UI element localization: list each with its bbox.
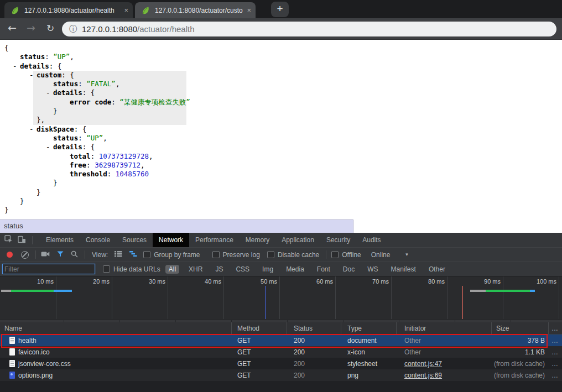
- browser-tab-custom[interactable]: 127.0.0.1:8080/actuator/custo ×: [135, 2, 256, 18]
- devtools-tab-memory[interactable]: Memory: [240, 233, 275, 247]
- devtools-tab-bar: ElementsConsoleSourcesNetworkPerformance…: [0, 233, 562, 247]
- json-value: 10485760: [116, 170, 149, 178]
- offline-label[interactable]: Offline: [342, 251, 361, 259]
- page-info-icon[interactable]: ⓘ: [69, 24, 77, 34]
- browser-tab-health[interactable]: 127.0.0.1:8080/actuator/health ×: [4, 2, 133, 18]
- inspect-element-icon[interactable]: [4, 235, 13, 245]
- search-icon[interactable]: [71, 250, 78, 259]
- column-header-status[interactable]: Status: [294, 325, 313, 332]
- devtools-tab-security[interactable]: Security: [320, 233, 356, 247]
- initiator-link[interactable]: content.js:69: [404, 372, 442, 379]
- network-row-jsonview-core-css[interactable]: jsonview-core.cssGET200stylesheetcontent…: [0, 358, 562, 369]
- network-row-favicon-ico[interactable]: favicon.icoGET200x-iconOther1.1 KB…: [0, 346, 562, 358]
- devtools-tab-audits[interactable]: Audits: [356, 233, 387, 247]
- row-more-icon: …: [551, 372, 558, 379]
- request-size: 1.1 KB: [525, 348, 545, 356]
- column-header-name[interactable]: Name: [4, 325, 22, 332]
- json-value: “UP”: [86, 134, 103, 142]
- group-by-frame-checkbox[interactable]: [143, 251, 150, 258]
- request-size: (from disk cache): [494, 360, 545, 368]
- tab-close-icon[interactable]: ×: [124, 6, 128, 14]
- new-tab-button[interactable]: +: [271, 2, 289, 17]
- network-row-options-png[interactable]: options.pngGET200pngcontent.js:69(from d…: [0, 369, 562, 381]
- view-label: View:: [92, 251, 108, 259]
- back-icon[interactable]: ←: [8, 22, 17, 34]
- url-path: /actuator/health: [137, 24, 194, 34]
- json-key: total: [70, 152, 91, 160]
- collapse-toggle-icon[interactable]: -: [46, 143, 53, 151]
- disable-cache-checkbox[interactable]: [267, 251, 274, 258]
- request-bar-segment: [1, 290, 11, 292]
- collapse-toggle-icon[interactable]: -: [29, 125, 37, 134]
- devtools-tab-elements[interactable]: Elements: [40, 233, 80, 247]
- column-separator: [491, 322, 492, 334]
- json-key: status: [53, 80, 78, 88]
- filter-input[interactable]: [2, 264, 95, 274]
- hide-data-urls-label[interactable]: Hide data URLs: [113, 265, 160, 273]
- devtools-tab-network[interactable]: Network: [153, 233, 189, 247]
- json-comma: ,: [70, 53, 74, 61]
- column-header-more[interactable]: …: [551, 325, 558, 332]
- json-value: }: [37, 188, 41, 196]
- offline-checkbox[interactable]: [331, 251, 339, 258]
- filter-pill-manifest[interactable]: Manifest: [388, 265, 419, 274]
- disable-cache-label[interactable]: Disable cache: [278, 251, 319, 259]
- request-type: stylesheet: [347, 360, 377, 368]
- tab-close-icon[interactable]: ×: [247, 6, 251, 14]
- column-header-size[interactable]: Size: [496, 325, 509, 332]
- column-header-type[interactable]: Type: [347, 325, 362, 332]
- collapse-toggle-icon[interactable]: -: [46, 88, 53, 97]
- chevron-down-icon[interactable]: ▼: [404, 252, 409, 257]
- devtools-tab-performance[interactable]: Performance: [189, 233, 240, 247]
- filter-pill-img[interactable]: Img: [259, 265, 277, 274]
- hide-data-urls-checkbox[interactable]: [103, 265, 110, 273]
- filter-pill-other[interactable]: Other: [425, 265, 449, 274]
- filter-funnel-icon[interactable]: [57, 251, 64, 259]
- record-network-log-icon[interactable]: [7, 252, 13, 258]
- request-status: 200: [294, 360, 305, 368]
- throttling-select[interactable]: Online: [371, 251, 391, 259]
- filter-pill-font[interactable]: Font: [314, 265, 334, 274]
- request-method: GET: [237, 372, 251, 379]
- json-line: }: [0, 107, 562, 116]
- json-value: “某健康专项检查失败”: [119, 98, 190, 106]
- waterfall-overview-icon[interactable]: [129, 250, 137, 259]
- collapse-toggle-icon[interactable]: -: [29, 71, 37, 80]
- initiator-link[interactable]: content.js:47: [404, 360, 442, 368]
- request-method: GET: [237, 360, 251, 368]
- column-header-initiator[interactable]: Initiator: [404, 325, 426, 332]
- reload-icon[interactable]: ↻: [46, 23, 54, 34]
- clear-icon[interactable]: [21, 251, 29, 259]
- devtools-tab-console[interactable]: Console: [80, 233, 116, 247]
- address-bar[interactable]: ⓘ 127.0.0.1:8080/actuator/health: [62, 22, 556, 36]
- filter-pill-media[interactable]: Media: [283, 265, 308, 274]
- filter-pill-xhr[interactable]: XHR: [185, 265, 206, 274]
- filter-pill-all[interactable]: All: [165, 265, 179, 274]
- request-status: 200: [294, 348, 305, 356]
- divider: [32, 236, 33, 244]
- column-header-method[interactable]: Method: [237, 325, 259, 332]
- preserve-log-label[interactable]: Preserve log: [223, 251, 260, 259]
- devtools-tab-application[interactable]: Application: [275, 233, 320, 247]
- list-view-icon[interactable]: [115, 250, 122, 259]
- json-line: free: 36298739712,: [0, 161, 562, 170]
- json-value: {: [70, 71, 74, 79]
- filter-pill-css[interactable]: CSS: [232, 265, 253, 274]
- collapse-toggle-icon[interactable]: -: [13, 62, 20, 71]
- filter-pill-ws[interactable]: WS: [364, 265, 381, 274]
- devtools-panel: ElementsConsoleSourcesNetworkPerformance…: [0, 233, 562, 392]
- json-line: }: [0, 188, 562, 197]
- capture-screenshots-icon[interactable]: [41, 251, 50, 259]
- filter-pill-js[interactable]: JS: [212, 265, 226, 274]
- json-key: details: [53, 143, 82, 151]
- json-comma: ,: [149, 152, 153, 160]
- devtools-tab-sources[interactable]: Sources: [116, 233, 153, 247]
- network-filter-bar: Hide data URLs AllXHRJSCSSImgMediaFontDo…: [0, 262, 562, 276]
- json-line: status: “UP”,: [0, 134, 562, 143]
- preserve-log-checkbox[interactable]: [212, 251, 220, 258]
- device-toolbar-icon[interactable]: [18, 236, 26, 245]
- network-table-header: NameMethodStatusTypeInitiatorSize…: [0, 322, 562, 334]
- filter-pill-doc[interactable]: Doc: [340, 265, 358, 274]
- network-overview-timeline[interactable]: 10 ms20 ms30 ms40 ms50 ms60 ms70 ms80 ms…: [0, 276, 562, 322]
- group-by-frame-label[interactable]: Group by frame: [154, 251, 200, 259]
